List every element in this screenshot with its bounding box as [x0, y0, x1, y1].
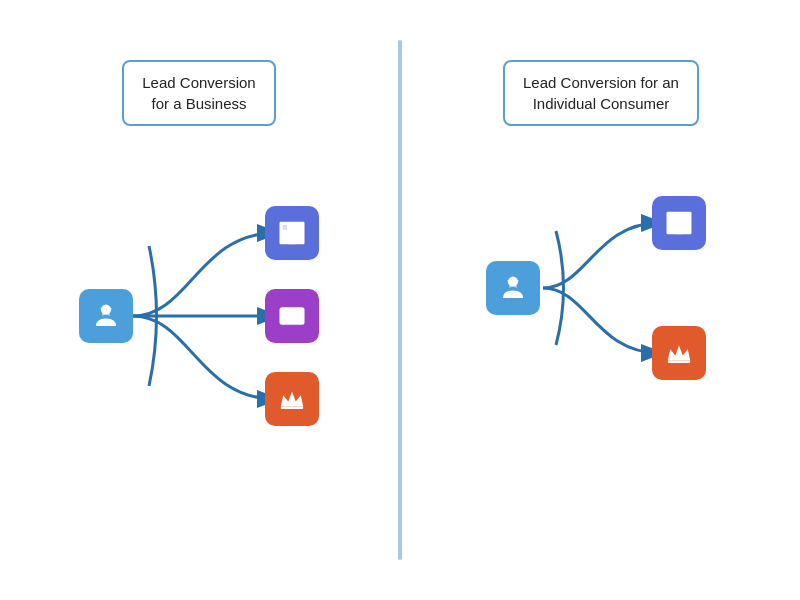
svg-rect-18 — [670, 216, 674, 220]
right-lead-icon — [486, 261, 540, 315]
svg-rect-5 — [297, 226, 301, 230]
left-account-icon — [265, 206, 319, 260]
svg-rect-24 — [675, 228, 683, 234]
svg-rect-22 — [677, 222, 681, 226]
left-title: Lead Conversionfor a Business — [122, 60, 275, 126]
svg-rect-20 — [684, 216, 688, 220]
right-account-icon — [652, 196, 706, 250]
svg-rect-19 — [677, 216, 681, 220]
right-diagram — [476, 176, 726, 416]
svg-rect-8 — [297, 232, 301, 236]
svg-rect-7 — [290, 232, 294, 236]
left-contact-icon — [265, 289, 319, 343]
svg-rect-23 — [684, 222, 688, 226]
right-title: Lead Conversion for anIndividual Consume… — [503, 60, 699, 126]
left-panel: Lead Conversionfor a Business — [0, 0, 398, 600]
right-panel: Lead Conversion for anIndividual Consume… — [402, 0, 800, 600]
svg-rect-3 — [283, 226, 287, 230]
left-diagram — [59, 176, 339, 456]
svg-rect-21 — [670, 222, 674, 226]
svg-rect-15 — [281, 407, 304, 410]
svg-rect-25 — [668, 361, 691, 364]
svg-point-11 — [283, 311, 291, 319]
svg-rect-6 — [283, 232, 287, 236]
right-opportunity-icon — [652, 326, 706, 380]
svg-rect-4 — [290, 226, 294, 230]
left-opportunity-icon — [265, 372, 319, 426]
svg-rect-9 — [288, 238, 296, 244]
left-lead-icon — [79, 289, 133, 343]
main-container: Lead Conversionfor a Business — [0, 0, 800, 600]
